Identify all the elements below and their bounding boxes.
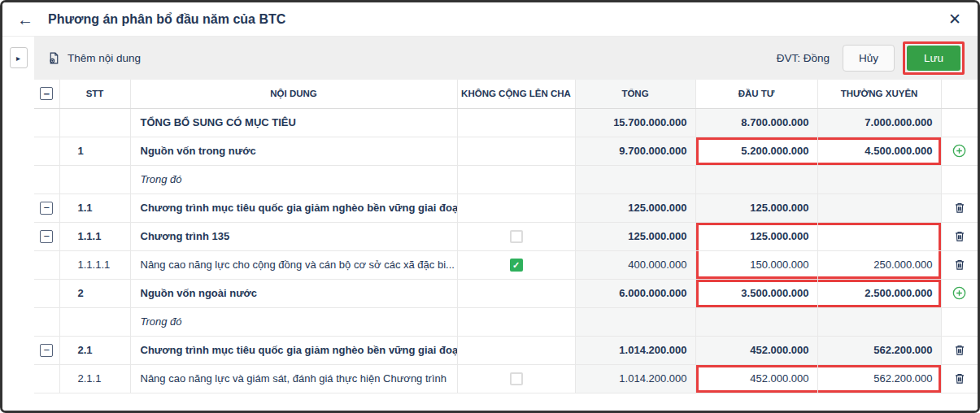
- expander-cell: −: [34, 336, 59, 364]
- dautu-cell: 125.000.000: [695, 193, 817, 222]
- actions-cell: [941, 222, 978, 250]
- collapse-row-icon[interactable]: −: [40, 344, 53, 357]
- content-cell: Trong đó: [130, 165, 457, 193]
- not-sum-to-parent-checkbox[interactable]: ✓: [510, 259, 523, 272]
- expander-cell: [34, 307, 59, 336]
- checkbox-cell: [457, 222, 575, 250]
- not-sum-to-parent-checkbox[interactable]: [510, 230, 523, 243]
- content-cell: Chương trình mục tiêu quốc gia giảm nghè…: [130, 193, 457, 222]
- table-row: 2Nguồn vốn ngoài nước6.000.000.0003.500.…: [34, 279, 978, 307]
- checkbox-cell: [457, 279, 575, 307]
- column-header-stt: STT: [59, 80, 130, 108]
- column-header-thuongxuyen: THƯỜNG XUYÊN: [817, 80, 941, 108]
- expander-cell: [34, 108, 59, 137]
- collapse-row-icon[interactable]: −: [40, 230, 53, 243]
- save-button[interactable]: Lưu: [907, 46, 960, 71]
- content-cell: Trong đó: [130, 307, 457, 336]
- add-child-row-icon[interactable]: [952, 285, 967, 301]
- table-row: Trong đó: [34, 307, 978, 336]
- table-row: 2.1.1Nâng cao năng lực và giám sát, đánh…: [34, 364, 978, 393]
- table-header-row: − STT NỘI DUNG KHÔNG CỘNG LÊN CHA TỔNG Đ…: [34, 80, 978, 108]
- delete-row-icon[interactable]: [953, 343, 966, 357]
- column-header-actions: [941, 80, 978, 108]
- delete-row-icon[interactable]: [953, 201, 966, 215]
- save-highlight-box: Lưu: [903, 41, 965, 75]
- thuongxuyen-cell-input[interactable]: 562.200.000: [817, 364, 941, 393]
- add-content-button[interactable]: Thêm nội dung: [47, 51, 141, 65]
- tong-cell: 1.014.200.000: [575, 364, 695, 393]
- checkbox-cell: [457, 193, 575, 222]
- column-header-checkbox: KHÔNG CỘNG LÊN CHA: [457, 80, 575, 108]
- cancel-button[interactable]: Hủy: [843, 45, 895, 72]
- dautu-cell-input[interactable]: 452.000.000: [695, 364, 817, 393]
- table-row: −1.1Chương trình mục tiêu quốc gia giảm …: [34, 193, 978, 222]
- delete-row-icon[interactable]: [953, 258, 966, 272]
- actions-cell: [941, 193, 978, 222]
- stt-cell: [59, 108, 130, 137]
- column-header-tong: TỔNG: [575, 80, 695, 108]
- delete-row-icon[interactable]: [953, 229, 966, 243]
- actions-cell: [941, 250, 978, 279]
- checkbox-cell: [457, 364, 575, 393]
- dautu-cell-input[interactable]: 150.000.000: [695, 250, 817, 279]
- collapse-all-icon[interactable]: −: [40, 87, 53, 100]
- expander-cell: [34, 137, 59, 165]
- expander-cell: [34, 279, 59, 307]
- close-icon[interactable]: ✕: [948, 11, 961, 27]
- dautu-cell-input[interactable]: 3.500.000.000: [695, 279, 817, 307]
- sidebar-strip: ▸: [2, 37, 34, 411]
- tong-cell: 400.000.000: [575, 250, 695, 279]
- checkbox-cell: [457, 336, 575, 364]
- delete-row-icon[interactable]: [953, 372, 966, 385]
- expander-cell: [34, 364, 59, 393]
- column-header-content: NỘI DUNG: [130, 80, 457, 108]
- dautu-cell-input[interactable]: 125.000.000: [695, 222, 817, 250]
- actions-cell: [941, 279, 978, 307]
- expander-cell: −: [34, 193, 59, 222]
- tong-cell: 15.700.000.000: [575, 108, 695, 137]
- checkbox-cell: [457, 137, 575, 165]
- thuongxuyen-cell-input[interactable]: 250.000.000: [817, 250, 941, 279]
- unit-label: ĐVT: Đồng: [777, 52, 830, 64]
- thuongxuyen-cell: [817, 307, 941, 336]
- thuongxuyen-cell-input[interactable]: 2.500.000.000: [817, 279, 941, 307]
- stt-cell: 1.1.1.1: [59, 250, 130, 279]
- table-row: −2.1Chương trình mục tiêu quốc gia giảm …: [34, 336, 978, 364]
- thuongxuyen-cell: 7.000.000.000: [817, 108, 941, 137]
- table-row: Trong đó: [34, 165, 978, 193]
- expander-cell: [34, 165, 59, 193]
- not-sum-to-parent-checkbox[interactable]: [510, 372, 523, 385]
- thuongxuyen-cell-input[interactable]: [817, 222, 941, 250]
- tong-cell: 6.000.000.000: [575, 279, 695, 307]
- dautu-cell: 8.700.000.000: [695, 108, 817, 137]
- table-row: −1.1.1Chương trình 135125.000.000125.000…: [34, 222, 978, 250]
- collapse-all-cell: −: [34, 80, 59, 108]
- checkbox-cell: [457, 165, 575, 193]
- dautu-cell-input[interactable]: 5.200.000.000: [695, 137, 817, 165]
- tong-cell: 125.000.000: [575, 222, 695, 250]
- add-child-row-icon[interactable]: [952, 143, 967, 159]
- collapse-row-icon[interactable]: −: [40, 202, 53, 215]
- actions-cell: [941, 364, 978, 393]
- checkbox-cell: [457, 307, 575, 336]
- actions-cell: [941, 336, 978, 364]
- tong-cell: 1.014.200.000: [575, 336, 695, 364]
- page-title: Phương án phân bổ đầu năm của BTC: [48, 12, 285, 27]
- content-cell: Chương trình 135: [130, 222, 457, 250]
- sidebar-toggle-button[interactable]: ▸: [10, 47, 28, 68]
- thuongxuyen-cell-input[interactable]: 4.500.000.000: [817, 137, 941, 165]
- thuongxuyen-cell: [817, 193, 941, 222]
- stt-cell: [59, 165, 130, 193]
- tong-cell: 125.000.000: [575, 193, 695, 222]
- actions-cell: [941, 137, 978, 165]
- content-cell: Nâng cao năng lực cho cộng đồng và cán b…: [130, 250, 457, 279]
- dautu-cell: [695, 307, 817, 336]
- table-row: TỔNG BỔ SUNG CÓ MỤC TIÊU15.700.000.0008.…: [34, 108, 978, 137]
- stt-cell: 2.1: [59, 336, 130, 364]
- content-cell: Nguồn vốn ngoài nước: [130, 279, 457, 307]
- stt-cell: 2.1.1: [59, 364, 130, 393]
- stt-cell: 1.1.1: [59, 222, 130, 250]
- back-arrow-icon[interactable]: ←: [17, 11, 33, 28]
- tong-cell: [575, 307, 695, 336]
- expander-cell: [34, 250, 59, 279]
